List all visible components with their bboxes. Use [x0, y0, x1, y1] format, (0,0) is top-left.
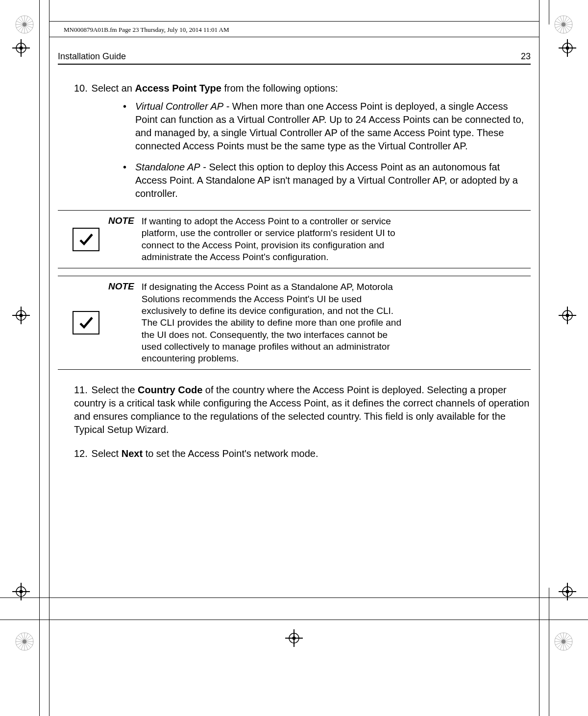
- step-text-prefix: Select the: [92, 384, 138, 395]
- step-12: 12. Select Next to set the Access Point'…: [58, 447, 531, 460]
- bullet-label: Virtual Controller AP: [135, 101, 223, 112]
- crop-line: [49, 21, 539, 22]
- running-header: Installation Guide 23: [58, 51, 531, 65]
- svg-point-27: [293, 637, 296, 640]
- step-text-prefix: Select an: [92, 83, 135, 94]
- registration-mark-icon: [559, 307, 576, 324]
- note-label: NOTE: [108, 281, 134, 292]
- crop-line: [549, 0, 549, 24]
- crop-line: [0, 597, 588, 598]
- registration-mark-icon: [559, 583, 576, 600]
- crop-line: [539, 0, 539, 716]
- step-text-bold: Next: [122, 448, 143, 459]
- registration-mark-icon: [12, 39, 30, 57]
- file-header: MN000879A01B.fm Page 23 Thursday, July 1…: [64, 26, 229, 34]
- bullet-item: Standalone AP - Select this option to de…: [123, 161, 531, 200]
- registration-mark-icon: [12, 307, 30, 324]
- step-text-bold: Country Code: [138, 384, 202, 395]
- step-number: 12.: [74, 447, 89, 460]
- starburst-icon: [554, 632, 573, 651]
- svg-point-23: [566, 590, 569, 594]
- bullet-item: Virtual Controller AP - When more than o…: [123, 100, 531, 153]
- check-icon: [73, 311, 99, 334]
- registration-mark-icon: [285, 629, 303, 647]
- svg-point-11: [20, 314, 23, 317]
- step-text-suffix: to set the Access Point's network mode.: [143, 448, 318, 459]
- step-text-prefix: Select: [92, 448, 122, 459]
- bullet-label: Standalone AP: [135, 162, 200, 172]
- starburst-icon: [554, 15, 573, 34]
- crop-line: [549, 588, 549, 716]
- note-label: NOTE: [108, 215, 134, 226]
- header-title: Installation Guide: [58, 51, 126, 62]
- crop-line: [39, 0, 40, 716]
- step-number: 10.: [74, 82, 89, 95]
- registration-mark-icon: [559, 39, 576, 57]
- note-text: If wanting to adopt the Access Point to …: [142, 215, 408, 263]
- crop-line: [0, 620, 588, 620]
- step-text-suffix: from the following options:: [221, 83, 338, 94]
- svg-point-3: [20, 47, 23, 50]
- registration-mark-icon: [12, 583, 30, 600]
- step-text-bold: Access Point Type: [135, 83, 221, 94]
- starburst-icon: [15, 632, 34, 651]
- svg-point-7: [566, 47, 569, 50]
- check-icon: [73, 228, 99, 251]
- note-box: NOTE If wanting to adopt the Access Poin…: [58, 210, 531, 268]
- starburst-icon: [15, 15, 34, 34]
- page-number: 23: [521, 51, 531, 62]
- note-box: NOTE If designating the Access Point as …: [58, 276, 531, 370]
- svg-point-19: [20, 590, 23, 594]
- step-11: 11. Select the Country Code of the count…: [58, 383, 531, 436]
- note-text: If designating the Access Point as a Sta…: [142, 281, 408, 364]
- crop-line: [49, 0, 49, 716]
- step-10: 10. Select an Access Point Type from the…: [58, 82, 531, 200]
- step-number: 11.: [74, 383, 89, 397]
- svg-point-15: [566, 314, 569, 317]
- crop-line: [49, 37, 539, 37]
- page-body: Installation Guide 23 10. Select an Acce…: [58, 51, 531, 469]
